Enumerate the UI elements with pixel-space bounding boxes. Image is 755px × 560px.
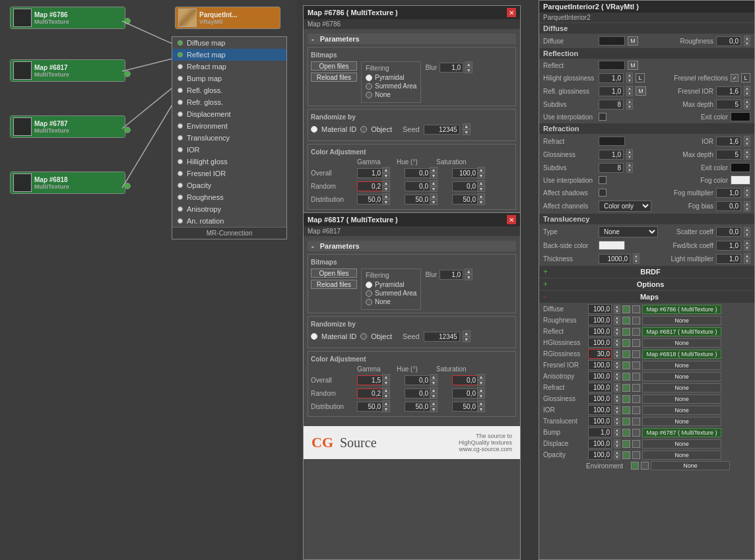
maps-spin-6[interactable]: ▲▼ <box>614 372 620 381</box>
open-files-btn-6817[interactable]: Open files <box>311 268 357 278</box>
radio-object-6817[interactable] <box>360 333 367 340</box>
blur-input-6817[interactable] <box>440 270 463 280</box>
refl-gloss-input[interactable] <box>599 86 624 96</box>
radio-summed-6786[interactable]: Summed Area <box>366 82 416 90</box>
radio-pyramidal-6786[interactable]: Pyramidal <box>366 74 416 81</box>
maps-value-3[interactable] <box>588 338 612 348</box>
dropdown-item-diffuse[interactable]: Diffuse map <box>172 37 286 49</box>
dropdown-item-fresnel-ior[interactable]: Fresnel IOR <box>172 168 286 179</box>
maps-mapbtn-2[interactable]: Map #6817 ( MultiTexture ) <box>642 327 721 336</box>
reflect-m-btn[interactable]: M <box>628 61 638 70</box>
subdivs-input[interactable] <box>599 100 624 109</box>
glossiness-spin[interactable]: ▲▼ <box>626 149 633 160</box>
maps-mapbtn-14[interactable]: None <box>651 461 730 470</box>
overall-gamma-spin-6817[interactable]: ▲▼ <box>382 374 390 386</box>
maps-bar[interactable]: - Maps <box>539 291 754 303</box>
seed-spin-6817[interactable]: ▲ ▼ <box>463 330 471 342</box>
light-mult-input[interactable] <box>716 254 741 264</box>
maps-value-13[interactable] <box>588 450 612 460</box>
maps-spin-1[interactable]: ▲▼ <box>614 316 620 325</box>
random-hue-spin-6817[interactable]: ▲▼ <box>430 387 438 399</box>
glossiness-input[interactable] <box>599 150 624 160</box>
fog-mult-input[interactable] <box>716 188 741 198</box>
maps-mapbtn-9[interactable]: None <box>642 406 721 415</box>
maps-cb1-6[interactable] <box>622 373 630 381</box>
node-vraymtl[interactable]: ParquetInt... VRayMtl <box>175 7 280 29</box>
refract-swatch[interactable] <box>599 137 625 146</box>
radio-object-6786[interactable] <box>360 126 367 133</box>
maps-mapbtn-12[interactable]: None <box>642 439 721 449</box>
radio-pyramidal-6817[interactable]: Pyramidal <box>366 281 416 288</box>
scatter-input[interactable] <box>716 227 741 237</box>
maps-cb1-11[interactable] <box>622 429 630 437</box>
random-hue-6786[interactable] <box>405 181 431 191</box>
dist-gamma-6786[interactable] <box>357 195 383 204</box>
maps-cb2-7[interactable] <box>632 384 640 392</box>
refr-maxdepth-input[interactable] <box>716 150 741 160</box>
dropdown-item-an-rotation[interactable]: An. rotation <box>172 215 286 227</box>
fresnel-refl-checkbox[interactable]: ✓ <box>731 74 739 82</box>
maps-value-4[interactable] <box>588 349 612 359</box>
seed-input-6817[interactable] <box>424 332 460 342</box>
maps-value-0[interactable] <box>588 304 612 314</box>
maps-value-11[interactable] <box>588 427 612 437</box>
refr-subdivs-spin[interactable]: ▲▼ <box>626 162 633 173</box>
refl-gloss-m-btn[interactable]: M <box>636 86 646 96</box>
random-sat-6817[interactable] <box>452 389 478 398</box>
maps-cb2-10[interactable] <box>632 418 640 425</box>
seed-input-6786[interactable] <box>424 125 460 135</box>
maps-mapbtn-3[interactable]: None <box>642 338 721 348</box>
maps-value-10[interactable] <box>588 416 612 426</box>
blur-spin-6786[interactable]: ▲ ▼ <box>465 61 473 73</box>
maps-cb2-1[interactable] <box>632 317 640 325</box>
random-sat-spin-6817[interactable]: ▲▼ <box>477 387 485 399</box>
dropdown-item-opacity[interactable]: Opacity <box>172 179 286 191</box>
maps-cb1-2[interactable] <box>622 328 630 336</box>
radio-matid-6817[interactable] <box>311 333 317 340</box>
maps-value-7[interactable] <box>588 383 612 392</box>
maps-spin-4[interactable]: ▲▼ <box>614 350 620 359</box>
maps-cb1-3[interactable] <box>622 339 630 347</box>
maps-cb1-0[interactable] <box>622 305 630 313</box>
dist-hue-6817[interactable] <box>405 402 431 412</box>
random-hue-6817[interactable] <box>405 389 431 398</box>
maps-cb1-10[interactable] <box>622 418 630 425</box>
maps-mapbtn-6[interactable]: None <box>642 372 721 381</box>
maps-value-6[interactable] <box>588 371 612 381</box>
subdivs-spin[interactable]: ▲▼ <box>626 99 633 109</box>
overall-hue-6786[interactable] <box>405 168 431 178</box>
reload-files-btn-6786[interactable]: Reload files <box>311 73 357 82</box>
fog-bias-spin[interactable]: ▲▼ <box>744 201 750 212</box>
affect-channels-select[interactable]: Color only <box>599 201 651 212</box>
dropdown-item-roughness[interactable]: Roughness <box>172 191 286 203</box>
maps-cb1-5[interactable] <box>622 361 630 369</box>
maps-mapbtn-11[interactable]: Map #6787 ( MultiTexture ) <box>642 428 721 437</box>
dropdown-item-anisotropy[interactable]: Anisotropy <box>172 203 286 215</box>
fog-mult-spin[interactable]: ▲▼ <box>744 187 750 198</box>
dialog-6786-params-bar[interactable]: - Parameters <box>308 34 516 44</box>
random-sat-6786[interactable] <box>452 181 478 191</box>
fresnel-ior-spin[interactable]: ▲▼ <box>744 86 750 96</box>
maps-value-1[interactable] <box>588 315 612 325</box>
seed-spin-6786[interactable]: ▲ ▼ <box>463 123 471 135</box>
overall-gamma-6786[interactable] <box>357 168 383 178</box>
maps-mapbtn-5[interactable]: None <box>642 361 721 370</box>
maps-cb2-11[interactable] <box>632 429 640 437</box>
node-6818-output-dot[interactable] <box>124 183 131 189</box>
reload-files-btn-6817[interactable]: Reload files <box>311 280 357 289</box>
refl-gloss-spin[interactable]: ▲▼ <box>626 86 633 96</box>
exit-color-swatch[interactable] <box>731 112 750 121</box>
roughness-spin[interactable]: ▲ ▼ <box>744 36 750 46</box>
dialog-6817-close[interactable]: ✕ <box>507 215 516 224</box>
dropdown-item-ior[interactable]: IOR <box>172 144 286 156</box>
dropdown-item-refl-gloss[interactable]: Refl. gloss. <box>172 84 286 96</box>
node-6786-output-dot[interactable] <box>124 18 131 24</box>
maps-spin-3[interactable]: ▲▼ <box>614 338 620 348</box>
thickness-spin[interactable]: ▲▼ <box>633 253 640 264</box>
node-6817-output-dot[interactable] <box>124 71 131 77</box>
hilight-glossiness-input[interactable] <box>599 73 624 83</box>
random-gamma-spin-6817[interactable]: ▲▼ <box>382 387 390 399</box>
dropdown-item-displacement[interactable]: Displacement <box>172 108 286 120</box>
roughness-input[interactable] <box>716 36 741 46</box>
dist-gamma-6817[interactable] <box>357 402 383 412</box>
